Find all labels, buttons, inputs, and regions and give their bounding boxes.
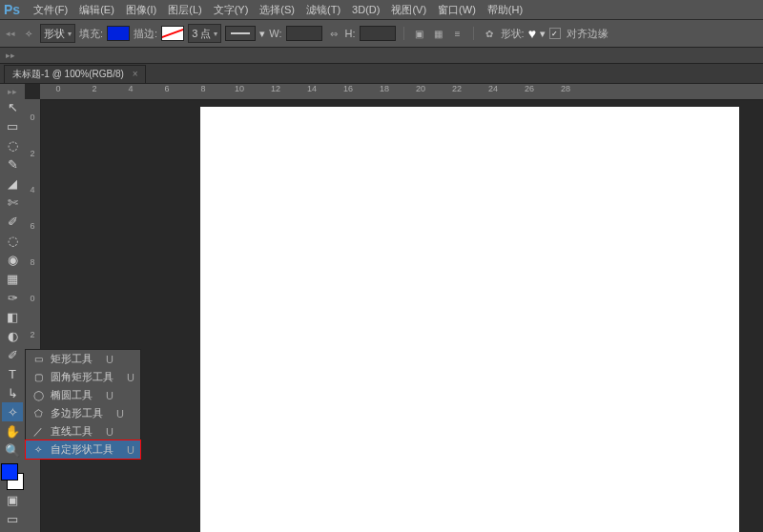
shape-preview-heart-icon[interactable]: ♥ bbox=[528, 26, 536, 41]
tool-button-10[interactable]: ✑ bbox=[2, 288, 23, 307]
flyout-item-4[interactable]: ／直线工具U bbox=[26, 422, 140, 440]
flyout-item-1[interactable]: ▢圆角矩形工具U bbox=[26, 368, 140, 386]
stroke-color-swatch[interactable] bbox=[161, 26, 184, 41]
path-alignment-icon[interactable]: ▦ bbox=[431, 26, 446, 41]
align-edges-checkbox[interactable]: ✓ bbox=[549, 28, 561, 39]
tool-button-15[interactable]: ↳ bbox=[2, 383, 23, 402]
flyout-item-3[interactable]: ⬠多边形工具U bbox=[26, 404, 140, 422]
tool-button-7[interactable]: ◌ bbox=[2, 231, 23, 250]
tool-button-1[interactable]: ▭ bbox=[2, 116, 23, 135]
flyout-item-icon: ✧ bbox=[31, 444, 45, 455]
tool-button-5[interactable]: ✄ bbox=[2, 193, 23, 212]
horizontal-ruler: 0246810121416182022242628 bbox=[40, 84, 763, 100]
tool-button-12[interactable]: ◐ bbox=[2, 326, 23, 345]
foreground-color[interactable] bbox=[1, 463, 18, 481]
stroke-width-value: 3 点 bbox=[192, 27, 211, 41]
fill-color-swatch[interactable] bbox=[107, 26, 130, 41]
width-label: W: bbox=[269, 28, 281, 39]
width-input[interactable] bbox=[286, 26, 322, 41]
flyout-item-2[interactable]: ◯椭圆工具U bbox=[26, 386, 140, 404]
ruler-mark: 2 bbox=[76, 84, 113, 99]
toolbar-expand-icon[interactable]: ▸▸ bbox=[6, 86, 19, 97]
tool-button-18[interactable]: 🔍 bbox=[2, 440, 23, 460]
tool-button-16[interactable]: ✧ bbox=[2, 402, 23, 421]
stroke-style-dropdown[interactable] bbox=[225, 26, 256, 41]
settings-gear-icon[interactable]: ✿ bbox=[482, 26, 497, 41]
ruler-mark: 6 bbox=[25, 208, 40, 244]
tool-button-3[interactable]: ✎ bbox=[2, 154, 23, 174]
ruler-mark: 16 bbox=[330, 84, 366, 99]
flyout-item-icon: ▭ bbox=[31, 354, 45, 364]
ruler-mark: 10 bbox=[221, 84, 258, 99]
menu-3d[interactable]: 3D(D) bbox=[346, 4, 385, 15]
height-label: H: bbox=[345, 28, 356, 39]
flyout-item-shortcut: U bbox=[127, 444, 134, 456]
vertical-ruler: 0246802 bbox=[25, 99, 41, 532]
path-operations-icon[interactable]: ▣ bbox=[412, 26, 427, 41]
menu-image[interactable]: 图像(I) bbox=[120, 3, 162, 17]
ruler-mark: 22 bbox=[439, 84, 475, 99]
chevron-down-icon: ▾ bbox=[68, 30, 72, 38]
stroke-label: 描边: bbox=[134, 27, 157, 41]
document-tab-title: 未标题-1 @ 100%(RGB/8) bbox=[12, 69, 124, 79]
menu-view[interactable]: 视图(V) bbox=[385, 3, 432, 17]
quickmask-icon[interactable]: ▣ bbox=[2, 490, 23, 509]
flyout-item-label: 直线工具 bbox=[51, 424, 93, 439]
app-logo: Ps bbox=[4, 2, 20, 17]
ruler-mark: 2 bbox=[25, 135, 40, 172]
shape-tool-flyout: ▭矩形工具U▢圆角矩形工具U◯椭圆工具U⬠多边形工具U／直线工具U✧自定形状工具… bbox=[25, 349, 141, 460]
tool-button-0[interactable]: ↖ bbox=[2, 97, 23, 116]
collapse-toggle-icon[interactable]: ◂◂ bbox=[4, 28, 17, 39]
menu-window[interactable]: 窗口(W) bbox=[432, 3, 482, 17]
tool-button-8[interactable]: ◉ bbox=[2, 250, 23, 269]
link-wh-icon[interactable]: ⇔ bbox=[326, 26, 341, 41]
tool-button-6[interactable]: ✐ bbox=[2, 212, 23, 231]
menu-filter[interactable]: 滤镜(T) bbox=[300, 3, 346, 17]
tool-button-9[interactable]: ▦ bbox=[2, 269, 23, 288]
path-arrangement-icon[interactable]: ≡ bbox=[450, 26, 465, 41]
close-tab-icon[interactable]: × bbox=[133, 69, 138, 79]
tool-mode-label: 形状 bbox=[44, 27, 65, 41]
screenmode-icon[interactable]: ▭ bbox=[2, 509, 23, 528]
chevron-down-icon: ▾ bbox=[540, 28, 546, 40]
flyout-item-icon: ⬠ bbox=[31, 408, 45, 419]
tool-button-14[interactable]: T bbox=[2, 364, 23, 383]
ruler-mark: 8 bbox=[185, 84, 221, 99]
ruler-mark: 18 bbox=[366, 84, 402, 99]
tool-mode-dropdown[interactable]: 形状 ▾ bbox=[40, 24, 75, 43]
canvas[interactable] bbox=[200, 107, 739, 532]
flyout-item-icon: ◯ bbox=[31, 390, 45, 400]
tool-button-2[interactable]: ◌ bbox=[2, 135, 23, 154]
align-edges-label: 对齐边缘 bbox=[567, 27, 608, 41]
tool-button-17[interactable]: ✋ bbox=[2, 421, 23, 440]
ruler-mark: 4 bbox=[113, 84, 149, 99]
flyout-item-label: 自定形状工具 bbox=[51, 442, 113, 457]
options-bar: ◂◂ ✧ 形状 ▾ 填充: 描边: 3 点 ▾ ▾ W: ⇔ H: ▣ ▦ ≡ … bbox=[0, 20, 763, 48]
document-tab[interactable]: 未标题-1 @ 100%(RGB/8) × bbox=[4, 65, 146, 83]
height-input[interactable] bbox=[360, 26, 396, 41]
ruler-mark: 24 bbox=[475, 84, 511, 99]
collapse-toggle-icon[interactable]: ▸▸ bbox=[4, 50, 17, 61]
fill-label: 填充: bbox=[79, 27, 103, 41]
tool-button-11[interactable]: ◧ bbox=[2, 307, 23, 326]
menu-help[interactable]: 帮助(H) bbox=[482, 3, 528, 17]
chevron-down-icon: ▾ bbox=[214, 30, 217, 38]
stroke-width-input[interactable]: 3 点 ▾ bbox=[188, 24, 221, 43]
menu-type[interactable]: 文字(Y) bbox=[208, 3, 255, 17]
menu-layer[interactable]: 图层(L) bbox=[162, 3, 207, 17]
menu-select[interactable]: 选择(S) bbox=[254, 3, 300, 17]
separator bbox=[403, 27, 404, 40]
menu-edit[interactable]: 编辑(E) bbox=[73, 3, 120, 17]
flyout-item-shortcut: U bbox=[106, 354, 113, 365]
menu-file[interactable]: 文件(F) bbox=[28, 3, 73, 17]
ruler-mark: 14 bbox=[294, 84, 330, 99]
workspace: ▸▸ ↖▭◌✎◢✄✐◌◉▦✑◧◐✐T↳✧✋🔍 ▣ ▭ 0246802 02468… bbox=[0, 84, 763, 532]
chevron-down-icon: ▾ bbox=[259, 28, 265, 40]
tool-button-4[interactable]: ◢ bbox=[2, 174, 23, 193]
tool-button-13[interactable]: ✐ bbox=[2, 345, 23, 364]
current-tool-icon[interactable]: ✧ bbox=[21, 26, 36, 41]
canvas-area: 0246802 0246810121416182022242628 bbox=[25, 84, 763, 532]
flyout-item-5[interactable]: ✧自定形状工具U bbox=[25, 440, 141, 460]
flyout-item-label: 矩形工具 bbox=[51, 352, 93, 366]
flyout-item-0[interactable]: ▭矩形工具U bbox=[26, 350, 140, 368]
